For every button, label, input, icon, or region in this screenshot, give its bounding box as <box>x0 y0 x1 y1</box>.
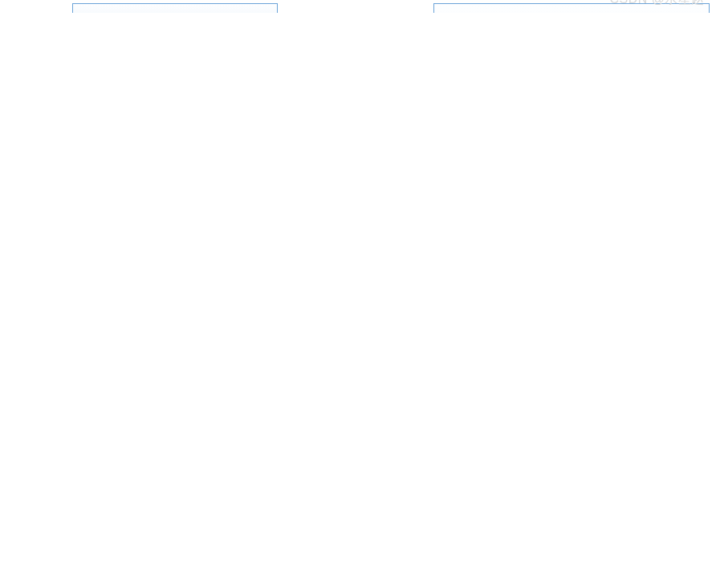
node-send-packet: avcodec_send_packet <box>72 3 278 13</box>
node-label: avcodec_send_packet <box>127 11 222 13</box>
info-heading-init: cuvid_decode_init() <box>444 10 699 13</box>
watermark: CSDN @水笙赵 <box>609 0 705 8</box>
